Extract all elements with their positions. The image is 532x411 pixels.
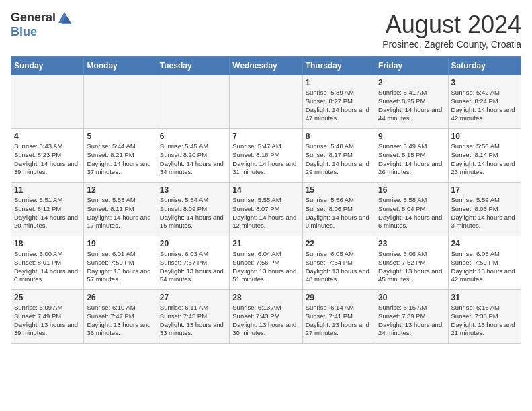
cell-content: Sunrise: 5:45 AM Sunset: 8:20 PM Dayligh…	[160, 142, 226, 177]
cell-content: Sunrise: 5:56 AM Sunset: 8:06 PM Dayligh…	[306, 196, 372, 230]
cell-content: Sunrise: 5:53 AM Sunset: 8:11 PM Dayligh…	[87, 196, 153, 230]
day-number: 17	[451, 185, 518, 195]
day-number: 21	[232, 239, 299, 248]
day-number: 29	[306, 293, 372, 302]
calendar-cell: 27Sunrise: 6:11 AM Sunset: 7:45 PM Dayli…	[157, 290, 229, 344]
calendar-cell: 4Sunrise: 5:43 AM Sunset: 8:23 PM Daylig…	[11, 129, 84, 183]
cell-content: Sunrise: 5:59 AM Sunset: 8:03 PM Dayligh…	[451, 196, 518, 230]
calendar-header-row: SundayMondayTuesdayWednesdayThursdayFrid…	[11, 57, 521, 75]
cell-content: Sunrise: 6:01 AM Sunset: 7:59 PM Dayligh…	[87, 250, 153, 284]
calendar-cell: 2Sunrise: 5:41 AM Sunset: 8:25 PM Daylig…	[375, 75, 448, 129]
cell-content: Sunrise: 6:14 AM Sunset: 7:41 PM Dayligh…	[306, 304, 372, 338]
day-number: 18	[14, 239, 81, 248]
calendar-table: SundayMondayTuesdayWednesdayThursdayFrid…	[11, 56, 521, 344]
day-number: 9	[378, 132, 445, 141]
calendar-cell: 22Sunrise: 6:05 AM Sunset: 7:54 PM Dayli…	[302, 236, 375, 290]
cell-content: Sunrise: 6:16 AM Sunset: 7:38 PM Dayligh…	[451, 304, 518, 338]
day-number: 6	[160, 132, 226, 141]
calendar-cell: 3Sunrise: 5:42 AM Sunset: 8:24 PM Daylig…	[448, 75, 521, 129]
day-number: 8	[306, 132, 372, 141]
calendar-cell: 6Sunrise: 5:45 AM Sunset: 8:20 PM Daylig…	[157, 129, 229, 183]
calendar-cell: 23Sunrise: 6:06 AM Sunset: 7:52 PM Dayli…	[375, 236, 448, 290]
cell-content: Sunrise: 5:58 AM Sunset: 8:04 PM Dayligh…	[378, 196, 445, 230]
day-number: 31	[451, 293, 518, 302]
cell-content: Sunrise: 5:39 AM Sunset: 8:27 PM Dayligh…	[306, 89, 372, 123]
calendar-cell: 21Sunrise: 6:04 AM Sunset: 7:56 PM Dayli…	[230, 236, 302, 290]
header-cell-tuesday: Tuesday	[157, 57, 229, 75]
calendar-cell: 7Sunrise: 5:47 AM Sunset: 8:18 PM Daylig…	[230, 129, 302, 183]
day-number: 10	[451, 132, 518, 141]
calendar-cell	[11, 75, 84, 129]
title-area: August 2024 Prosinec, Zagreb County, Cro…	[382, 11, 521, 50]
calendar-week-row: 4Sunrise: 5:43 AM Sunset: 8:23 PM Daylig…	[11, 129, 521, 183]
calendar-cell: 14Sunrise: 5:55 AM Sunset: 8:07 PM Dayli…	[230, 183, 302, 236]
calendar-cell: 5Sunrise: 5:44 AM Sunset: 8:21 PM Daylig…	[84, 129, 157, 183]
header-cell-monday: Monday	[84, 57, 157, 75]
calendar-cell	[84, 75, 157, 129]
calendar-cell: 1Sunrise: 5:39 AM Sunset: 8:27 PM Daylig…	[302, 75, 375, 129]
header-cell-sunday: Sunday	[11, 57, 84, 75]
day-number: 16	[378, 185, 445, 195]
cell-content: Sunrise: 6:05 AM Sunset: 7:54 PM Dayligh…	[306, 250, 372, 284]
calendar-cell: 12Sunrise: 5:53 AM Sunset: 8:11 PM Dayli…	[84, 183, 157, 236]
month-title: August 2024	[382, 11, 521, 39]
day-number: 7	[232, 132, 299, 141]
day-number: 3	[451, 78, 518, 87]
day-number: 20	[160, 239, 226, 248]
calendar-week-row: 18Sunrise: 6:00 AM Sunset: 8:01 PM Dayli…	[11, 236, 521, 290]
cell-content: Sunrise: 6:03 AM Sunset: 7:57 PM Dayligh…	[160, 250, 226, 284]
day-number: 22	[306, 239, 372, 248]
cell-content: Sunrise: 6:06 AM Sunset: 7:52 PM Dayligh…	[378, 250, 445, 284]
calendar-cell	[157, 75, 229, 129]
logo-blue: Blue	[11, 25, 37, 38]
calendar-cell: 26Sunrise: 6:10 AM Sunset: 7:47 PM Dayli…	[84, 290, 157, 344]
day-number: 13	[160, 185, 226, 195]
calendar-cell: 17Sunrise: 5:59 AM Sunset: 8:03 PM Dayli…	[448, 183, 521, 236]
calendar-cell: 31Sunrise: 6:16 AM Sunset: 7:38 PM Dayli…	[448, 290, 521, 344]
header-cell-friday: Friday	[375, 57, 448, 75]
day-number: 30	[378, 293, 445, 302]
calendar-cell: 29Sunrise: 6:14 AM Sunset: 7:41 PM Dayli…	[302, 290, 375, 344]
cell-content: Sunrise: 5:47 AM Sunset: 8:18 PM Dayligh…	[232, 142, 299, 177]
cell-content: Sunrise: 5:44 AM Sunset: 8:21 PM Dayligh…	[87, 142, 153, 177]
cell-content: Sunrise: 6:15 AM Sunset: 7:39 PM Dayligh…	[378, 304, 445, 338]
calendar-cell: 28Sunrise: 6:13 AM Sunset: 7:43 PM Dayli…	[230, 290, 302, 344]
calendar-cell: 24Sunrise: 6:08 AM Sunset: 7:50 PM Dayli…	[448, 236, 521, 290]
day-number: 14	[232, 185, 299, 195]
logo-icon	[57, 11, 72, 26]
day-number: 27	[160, 293, 226, 302]
day-number: 15	[306, 185, 372, 195]
calendar-cell: 11Sunrise: 5:51 AM Sunset: 8:12 PM Dayli…	[11, 183, 84, 236]
calendar-cell: 15Sunrise: 5:56 AM Sunset: 8:06 PM Dayli…	[302, 183, 375, 236]
calendar-cell	[230, 75, 302, 129]
day-number: 23	[378, 239, 445, 248]
calendar-week-row: 25Sunrise: 6:09 AM Sunset: 7:49 PM Dayli…	[11, 290, 521, 344]
cell-content: Sunrise: 5:41 AM Sunset: 8:25 PM Dayligh…	[378, 89, 445, 123]
calendar-cell: 10Sunrise: 5:50 AM Sunset: 8:14 PM Dayli…	[448, 129, 521, 183]
subtitle: Prosinec, Zagreb County, Croatia	[382, 39, 521, 50]
day-number: 19	[87, 239, 153, 248]
header-cell-wednesday: Wednesday	[230, 57, 302, 75]
day-number: 12	[87, 185, 153, 195]
logo-general: General	[11, 11, 56, 25]
calendar-cell: 25Sunrise: 6:09 AM Sunset: 7:49 PM Dayli…	[11, 290, 84, 344]
cell-content: Sunrise: 6:04 AM Sunset: 7:56 PM Dayligh…	[232, 250, 299, 284]
cell-content: Sunrise: 5:50 AM Sunset: 8:14 PM Dayligh…	[451, 142, 518, 177]
cell-content: Sunrise: 5:43 AM Sunset: 8:23 PM Dayligh…	[14, 142, 81, 177]
header-cell-saturday: Saturday	[448, 57, 521, 75]
header: General Blue August 2024 Prosinec, Zagre…	[11, 11, 521, 50]
day-number: 26	[87, 293, 153, 302]
calendar-week-row: 1Sunrise: 5:39 AM Sunset: 8:27 PM Daylig…	[11, 75, 521, 129]
day-number: 25	[14, 293, 81, 302]
calendar-cell: 19Sunrise: 6:01 AM Sunset: 7:59 PM Dayli…	[84, 236, 157, 290]
calendar-cell: 9Sunrise: 5:49 AM Sunset: 8:15 PM Daylig…	[375, 129, 448, 183]
cell-content: Sunrise: 6:09 AM Sunset: 7:49 PM Dayligh…	[14, 304, 81, 338]
logo: General Blue	[11, 11, 73, 39]
cell-content: Sunrise: 6:11 AM Sunset: 7:45 PM Dayligh…	[160, 304, 226, 338]
cell-content: Sunrise: 5:55 AM Sunset: 8:07 PM Dayligh…	[232, 196, 299, 230]
cell-content: Sunrise: 6:10 AM Sunset: 7:47 PM Dayligh…	[87, 304, 153, 338]
calendar-cell: 8Sunrise: 5:48 AM Sunset: 8:17 PM Daylig…	[302, 129, 375, 183]
calendar-week-row: 11Sunrise: 5:51 AM Sunset: 8:12 PM Dayli…	[11, 183, 521, 236]
cell-content: Sunrise: 6:00 AM Sunset: 8:01 PM Dayligh…	[14, 250, 81, 284]
calendar-cell: 30Sunrise: 6:15 AM Sunset: 7:39 PM Dayli…	[375, 290, 448, 344]
